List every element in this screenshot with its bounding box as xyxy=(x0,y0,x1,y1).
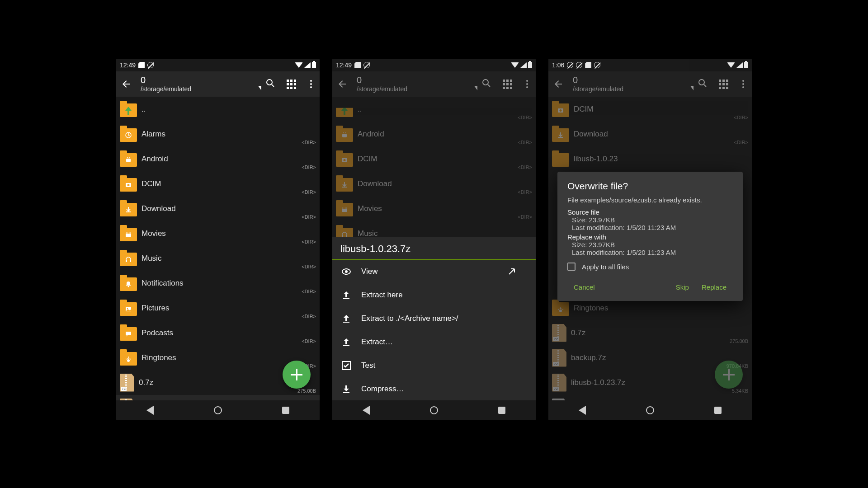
file-meta: <DIR> xyxy=(302,214,316,220)
file-name: backup.7z xyxy=(571,353,606,362)
fab-add-button[interactable] xyxy=(715,361,743,389)
svg-point-35 xyxy=(345,270,348,273)
nav-home-button[interactable] xyxy=(214,406,222,414)
file-row[interactable]: DCIM <DIR> xyxy=(332,146,536,171)
context-menu-item[interactable]: Compress… xyxy=(332,377,536,401)
svg-rect-18 xyxy=(126,332,131,335)
view-grid-button[interactable] xyxy=(503,80,512,89)
context-menu-item[interactable]: Test xyxy=(332,354,536,377)
file-name: Pictures xyxy=(142,304,169,313)
file-row[interactable]: .. <DIR> xyxy=(332,97,536,122)
nav-recent-button[interactable] xyxy=(714,407,722,414)
context-menu-item[interactable]: Extract… xyxy=(332,330,536,354)
back-button[interactable] xyxy=(121,79,132,89)
file-row[interactable]: Movies <DIR> xyxy=(116,221,320,246)
svg-point-0 xyxy=(267,80,272,85)
svg-rect-31 xyxy=(346,207,347,208)
file-meta: <DIR> xyxy=(518,164,532,170)
file-row[interactable]: Podcasts.txt 90.00B xyxy=(548,395,752,400)
path-title: 0 xyxy=(573,75,688,84)
file-row[interactable]: Android <DIR> xyxy=(116,146,320,171)
signal-icon xyxy=(520,62,527,68)
search-button[interactable] xyxy=(481,78,492,90)
file-row[interactable]: Alarms <DIR> xyxy=(116,122,320,146)
file-list[interactable]: .. Alarms <DIR> Android <DIR> DCIM <DIR>… xyxy=(116,97,320,400)
file-row[interactable]: Pictures <DIR> xyxy=(116,296,320,320)
context-menu-item[interactable]: Extract to ./<Archive name>/ xyxy=(332,307,536,330)
file-row[interactable]: Download <DIR> xyxy=(116,196,320,221)
context-menu-label: Compress… xyxy=(361,385,404,394)
status-bar: 1:06 xyxy=(548,59,752,71)
dropdown-indicator-icon[interactable] xyxy=(474,86,477,90)
overflow-menu-button[interactable] xyxy=(739,80,747,88)
context-menu-item[interactable]: View xyxy=(332,260,536,283)
svg-rect-9 xyxy=(126,232,127,233)
overflow-menu-button[interactable] xyxy=(523,80,531,88)
file-name: libusb-1.0.23 xyxy=(574,155,618,164)
file-meta: <DIR> xyxy=(518,140,532,145)
fab-add-button[interactable] xyxy=(283,361,311,389)
file-meta: 275.00B xyxy=(297,388,316,394)
dropdown-indicator-icon[interactable] xyxy=(690,86,693,90)
file-meta: <DIR> xyxy=(302,239,316,244)
file-name: Music xyxy=(142,254,161,263)
file-name: Android xyxy=(142,155,168,164)
file-row[interactable]: DCIM <DIR> xyxy=(116,171,320,196)
svg-rect-37 xyxy=(343,322,349,323)
dropdown-indicator-icon[interactable] xyxy=(258,86,261,90)
battery-icon xyxy=(312,62,316,68)
nav-recent-button[interactable] xyxy=(282,407,289,414)
file-row[interactable]: Movies <DIR> xyxy=(332,196,536,221)
file-row[interactable]: Notifications <DIR> xyxy=(116,271,320,296)
file-row[interactable]: libusb-1.0.23 xyxy=(548,146,752,171)
file-meta: <DIR> xyxy=(302,338,316,344)
apply-all-checkbox[interactable] xyxy=(567,263,576,271)
search-button[interactable] xyxy=(697,78,708,90)
nav-back-button[interactable] xyxy=(146,406,154,415)
file-name: DCIM xyxy=(358,155,377,164)
file-row[interactable]: Download <DIR> xyxy=(332,171,536,196)
svg-point-44 xyxy=(559,310,562,312)
file-row[interactable]: Music <DIR> xyxy=(116,246,320,271)
svg-point-22 xyxy=(343,132,344,133)
svg-rect-13 xyxy=(126,260,127,262)
file-row[interactable]: DCIM <DIR> xyxy=(548,97,752,122)
search-button[interactable] xyxy=(265,78,276,90)
file-row[interactable]: libusb-1.0.23.7z 970.34KB xyxy=(116,395,320,400)
nav-back-button[interactable] xyxy=(363,406,370,415)
file-meta: <DIR> xyxy=(302,289,316,294)
file-row[interactable]: Android <DIR> xyxy=(332,122,536,146)
replace-button[interactable]: Replace xyxy=(695,280,733,295)
wifi-icon xyxy=(727,62,735,68)
svg-point-20 xyxy=(483,80,488,85)
file-row[interactable]: 0.7z 275.00B xyxy=(548,320,752,345)
view-grid-button[interactable] xyxy=(719,80,728,89)
status-bar: 12:49 xyxy=(116,59,320,71)
nav-bar xyxy=(116,400,320,420)
skip-button[interactable]: Skip xyxy=(670,280,695,295)
file-name: libusb-1.0.23.7z xyxy=(571,378,625,387)
nav-home-button[interactable] xyxy=(646,406,654,414)
nav-recent-button[interactable] xyxy=(498,407,505,414)
back-button[interactable] xyxy=(553,79,564,89)
app-bar: 0 /storage/emulated xyxy=(548,71,752,97)
svg-point-6 xyxy=(127,184,130,186)
apply-all-row[interactable]: Apply to all files xyxy=(567,263,733,271)
file-name: Movies xyxy=(142,229,166,238)
file-row[interactable]: .. xyxy=(116,97,320,122)
context-menu-item[interactable]: Extract here xyxy=(332,283,536,307)
nav-back-button[interactable] xyxy=(579,406,586,415)
overflow-menu-button[interactable] xyxy=(307,80,315,88)
file-meta: <DIR> xyxy=(302,189,316,195)
status-icon xyxy=(576,62,582,68)
view-grid-button[interactable] xyxy=(287,80,296,89)
battery-icon xyxy=(744,62,748,68)
svg-point-15 xyxy=(128,286,129,287)
cancel-button[interactable]: Cancel xyxy=(567,280,601,295)
file-name: Download xyxy=(358,179,392,188)
back-button[interactable] xyxy=(337,79,348,89)
context-menu-label: Extract… xyxy=(361,338,393,347)
nav-home-button[interactable] xyxy=(430,406,438,414)
file-row[interactable]: Podcasts <DIR> xyxy=(116,320,320,345)
file-row[interactable]: Download <DIR> xyxy=(548,122,752,146)
